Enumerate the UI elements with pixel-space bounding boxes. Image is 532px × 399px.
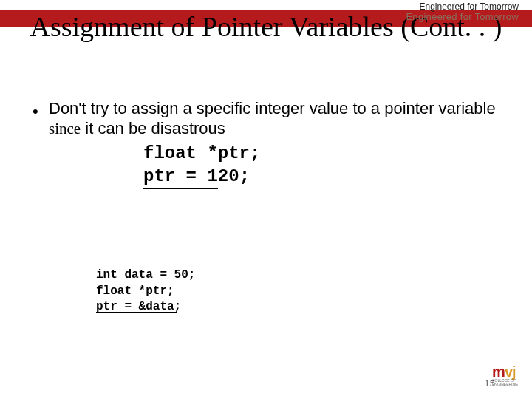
code-main: float *ptr; ptr = 120; bbox=[143, 142, 505, 189]
code-example-line2: float *ptr; bbox=[96, 284, 195, 300]
bullet-text: Don't try to assign a specific integer v… bbox=[49, 99, 505, 139]
bullet-lead: Don't try to assign a specific integer v… bbox=[49, 99, 496, 117]
code-example-underline bbox=[96, 312, 177, 313]
tagline-shadow: Engineered for Tomorrow bbox=[406, 11, 519, 22]
code-main-line2b: 20; bbox=[218, 166, 250, 186]
bullet-block: • Don't try to assign a specific integer… bbox=[27, 99, 505, 189]
logo-sub2: ENGINEERING bbox=[492, 383, 518, 386]
code-example: int data = 50; float *ptr; ptr = &data; bbox=[96, 267, 195, 316]
code-main-line2: ptr = 120; bbox=[143, 165, 505, 189]
logo-sub: COLLEGE OF ENGINEERING bbox=[492, 379, 518, 386]
bullet-rest: it can be disastrous bbox=[81, 119, 225, 137]
code-underline: ptr = 1 bbox=[143, 165, 218, 189]
bullet-dot: • bbox=[33, 102, 38, 122]
bullet-since: since bbox=[49, 120, 81, 137]
tagline-top: Engineered for Tomorrow bbox=[419, 1, 519, 12]
code-example-line1: int data = 50; bbox=[96, 267, 195, 284]
logo: m vj COLLEGE OF ENGINEERING bbox=[488, 362, 531, 396]
code-main-line1: float *ptr; bbox=[143, 142, 505, 165]
